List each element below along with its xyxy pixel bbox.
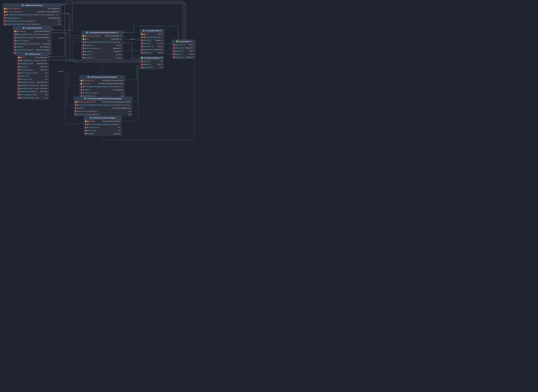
method-row[interactable]: mTagMatcherRepository(PersistenceAdapter… <box>3 13 61 16</box>
method-row[interactable]: mgetSet()Set<T> <box>140 51 164 54</box>
member-params: (T) <box>90 53 92 56</box>
method-row[interactable]: mgetIdByName(CategoryName)CategoryId <box>13 42 51 45</box>
method-row[interactable]: mremove(T)boolean <box>140 45 164 48</box>
method-row[interactable]: mgetAll()Set<CustomTagMatcher> <box>74 107 132 110</box>
public-dot-icon <box>20 76 21 77</box>
method-row[interactable]: mstream()Stream<T> <box>172 56 195 59</box>
class-tagmatcherrepository[interactable]: cTagMatcherRepositoryfstaticTagMatchersS… <box>3 3 62 26</box>
member-name: getAll <box>22 66 26 68</box>
member-name: categories <box>19 30 26 33</box>
class-categoryrepository[interactable]: cCategoryRepositoryfcategoriesCustomSet<… <box>13 26 52 55</box>
method-row[interactable]: mremove(Link)void <box>17 78 48 81</box>
class-csvcustomtagmatcherpersistenceadapter[interactable]: cCSVCustomTagMatcherPersistenceAdapterfc… <box>74 97 132 116</box>
method-row[interactable]: madd(T)boolean <box>140 42 164 45</box>
field-row[interactable]: fsetCustomSet<T> <box>81 37 123 41</box>
member-type: CustomSet<CustomTagMatcher> <box>37 11 60 13</box>
method-row[interactable]: mcheckDuplicates(Link)void <box>17 96 48 99</box>
member-name: find <box>145 48 148 51</box>
method-row[interactable]: mgetById(CategoryId)Optional<Category> <box>13 48 51 51</box>
method-row[interactable]: mCSVLinkPersistenceAdapter(GenericDAO<Li… <box>84 123 122 126</box>
method-row[interactable]: madd(Link)void <box>84 129 122 132</box>
method-icon: m <box>4 14 6 16</box>
method-row[interactable]: mstream()Stream<T> <box>81 50 123 53</box>
method-icon: m <box>14 46 16 48</box>
member-name: getSet <box>177 50 182 52</box>
method-row[interactable]: mgetAll()Set<Category> <box>13 45 51 48</box>
method-row[interactable]: mgetSet()Set<T> <box>81 44 123 47</box>
class-csvcategorypersistenceadapter[interactable]: cCSVCategoryPersistenceAdapterfcategoryD… <box>79 75 125 98</box>
method-row[interactable]: mfind(Predicate<T>)Optional<T> <box>81 47 123 50</box>
method-row[interactable]: mcheckDuplicates(CustomTagMatcher)void <box>3 19 61 23</box>
method-row[interactable]: mCustomStrictSet(Set<T>) <box>140 36 164 39</box>
field-row[interactable]: fpersistenceAdapterPersistenceAdapter<T> <box>81 34 123 37</box>
class-title: IPersistenceAdapter<T> <box>140 56 164 60</box>
method-row[interactable]: mgetAll()Set<T> <box>140 63 164 66</box>
member-params: (CustomTagMatcher) <box>85 113 100 116</box>
class-customstrictset[interactable]: cCustomStrictSet<T>fsetSet<T>mCustomStri… <box>140 29 164 55</box>
member-name: addCustomTagMatcher <box>8 23 24 25</box>
method-row[interactable]: mCustomSetPersistenceDecorator(Persisten… <box>81 41 123 44</box>
method-row[interactable]: mremove(Link)void <box>84 126 122 129</box>
method-row[interactable]: mgroupByHosts()List<Link> <box>17 68 48 71</box>
member-name: CustomSetPersistenceDecorator <box>87 41 110 43</box>
method-row[interactable]: madd(CustomTagMatcher)void <box>74 110 132 113</box>
field-row[interactable]: fcategoriesCustomSet<Category> <box>13 30 51 33</box>
field-row[interactable]: fcategoryDAOGenericDAO<CategoryEntity> <box>80 79 125 82</box>
field-row[interactable]: fcustomTagMatchersCustomSet<CustomTagMat… <box>3 10 61 13</box>
method-row[interactable]: mgetAll()Set<Link> <box>17 65 48 68</box>
member-params: (PersistenceAdapter<Link>) <box>33 59 46 62</box>
public-dot-icon <box>20 82 21 83</box>
interface-customset[interactable]: ICustomSet<T>mremove(T)booleanmfind(Pred… <box>172 40 195 59</box>
method-row[interactable]: mremove(Category)void <box>80 91 125 94</box>
method-row[interactable]: madd(T)void <box>140 60 164 63</box>
public-dot-icon <box>83 96 84 97</box>
method-row[interactable]: mCSVCustomTagMatcherPersistenceAdapter(G… <box>74 103 132 107</box>
member-params: (Set<T>) <box>158 36 162 38</box>
class-csvlinkpersistenceadapter[interactable]: cCSVLinkPersistenceAdapterflinkDAOGeneri… <box>84 116 122 135</box>
member-params: (CustomTagMatcher) <box>20 20 35 22</box>
method-row[interactable]: mremove(CustomTagMatcher)void <box>74 113 132 116</box>
method-row[interactable]: mgetByCategory(CategoryId)Set<Link> <box>17 87 48 90</box>
method-row[interactable]: mgetByTag(TagName)Set<Link> <box>17 90 48 93</box>
method-row[interactable]: madd(Category)void <box>13 39 51 42</box>
class-title: cCSVLinkPersistenceAdapter <box>84 116 122 120</box>
method-row[interactable]: madd(T)boolean <box>81 53 123 56</box>
method-row[interactable]: mgetAll()Set<Link> <box>84 132 122 135</box>
method-row[interactable]: mgetByName(CategoryName)Optional<Categor… <box>13 36 51 39</box>
member-params: (CategoryName) <box>27 36 35 39</box>
method-row[interactable]: mgetByUser(Username)Set<Link> <box>17 84 48 87</box>
field-row[interactable]: fsetSet<T> <box>140 33 164 36</box>
method-row[interactable]: mstream()Stream<T> <box>140 39 164 42</box>
class-title: cLinkRepository <box>17 52 48 56</box>
method-row[interactable]: mgetAll()Set<Category> <box>80 88 125 91</box>
public-dot-icon <box>20 91 21 92</box>
field-row[interactable]: fcustomTagMatcherDAOGenericDAO<CustomTag… <box>74 100 132 103</box>
class-linkrepository[interactable]: cLinkRepositoryflinksCustomSet<Link>mLin… <box>17 52 49 99</box>
method-row[interactable]: mremove(T)boolean <box>81 56 123 59</box>
method-row[interactable]: mremoveByUrl(LinkUrl)void <box>17 71 48 75</box>
field-row[interactable]: flinksCustomSet<Link> <box>17 56 48 59</box>
member-type: Set<T> <box>157 63 163 65</box>
method-row[interactable]: mremoveById(LinkId)void <box>17 93 48 96</box>
method-row[interactable]: maddCustomTagMatcher(CustomTagMatcher)vo… <box>3 23 61 26</box>
method-row[interactable]: mremove(T)boolean <box>172 43 195 46</box>
method-row[interactable]: mremove(T)void <box>140 66 164 69</box>
method-row[interactable]: mfind(Predicate<T>)Optional<T> <box>172 46 195 49</box>
method-row[interactable]: mCategoryRepository(PersistenceAdapter<C… <box>13 33 51 36</box>
method-row[interactable]: mgetSet()Set<T> <box>172 49 195 52</box>
method-row[interactable]: mLinkRepository(PersistenceAdapter<Link>… <box>17 59 48 62</box>
class-customsetpersistencedecorator[interactable]: cCustomSetPersistenceDecorator<T>fpersis… <box>81 31 123 59</box>
member-params: (Username) <box>30 84 38 87</box>
field-row[interactable]: fstaticTagMatchersSet<TagMatcher> <box>3 7 61 10</box>
interface-persistenceadapter[interactable]: IPersistenceAdapter<T>madd(T)voidmgetAll… <box>140 56 164 69</box>
method-row[interactable]: madd(T)boolean <box>172 53 195 56</box>
method-row[interactable]: madd(Link)void <box>17 75 48 78</box>
method-row[interactable]: mgetByUrl(LinkUrl)Optional<Link> <box>17 81 48 84</box>
field-row[interactable]: fconstuctorFunction<String[], CategoryEn… <box>80 82 125 85</box>
method-row[interactable]: mgetTagMatchers()Set<TagMatcher> <box>3 16 61 19</box>
field-row[interactable]: flinkDAOGenericDAO<LinkEntity> <box>84 120 122 123</box>
method-row[interactable]: mfind(Predicate<T>)Optional<T> <box>140 48 164 51</box>
method-row[interactable]: mgetById(LinkId)Optional<Link> <box>17 62 48 65</box>
member-params: () <box>33 69 34 71</box>
method-row[interactable]: mCSVCategoryPersistenceAdapter(GenericDA… <box>80 85 125 88</box>
